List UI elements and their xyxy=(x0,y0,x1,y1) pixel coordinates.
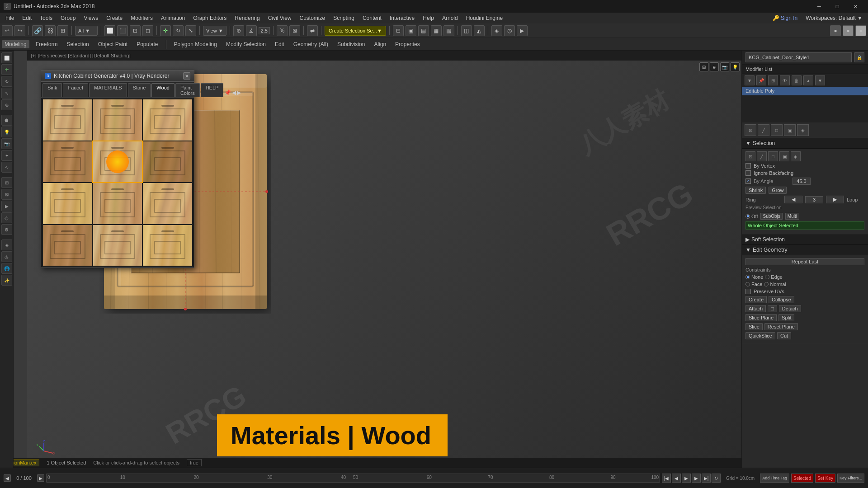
geometry-all-btn[interactable]: Geometry (All) xyxy=(291,40,331,48)
rp-icon-edge[interactable]: ╱ xyxy=(758,124,769,136)
lt-create-camera[interactable]: 📷 xyxy=(1,138,12,149)
lt-motion[interactable]: ▶ xyxy=(1,201,12,211)
by-angle-value[interactable]: 45.0 xyxy=(793,178,811,185)
place-highlight[interactable]: ▦ xyxy=(431,25,442,36)
renderframe-btn3[interactable]: ● xyxy=(855,25,866,36)
sel-element-btn[interactable]: ◈ xyxy=(791,151,801,161)
vp-light-btn[interactable]: 💡 xyxy=(731,62,740,71)
create-btn[interactable]: Create xyxy=(745,296,767,303)
constraint-face-radio[interactable]: Face xyxy=(745,282,762,287)
modifier-up-btn[interactable]: ▲ xyxy=(803,75,813,85)
selection-tab[interactable]: Selection xyxy=(64,40,91,48)
viewport-dropdown[interactable]: View ▼ xyxy=(203,26,226,36)
tab-wood[interactable]: Wood xyxy=(151,83,175,97)
lt-render-setup[interactable]: ◷ xyxy=(1,251,12,262)
tab-help[interactable]: HELP xyxy=(201,83,224,97)
modeling-tab[interactable]: Modeling xyxy=(2,40,29,48)
key-mode-btn[interactable]: Selected xyxy=(791,474,813,483)
object-name-field[interactable] xyxy=(745,52,852,62)
material-item-12[interactable] xyxy=(143,225,192,266)
rp-icon-element[interactable]: ◈ xyxy=(797,124,809,136)
attach-btn[interactable]: Attach xyxy=(745,305,766,312)
material-editor[interactable]: ◈ xyxy=(491,25,502,36)
link-button[interactable]: 🔗 xyxy=(32,25,43,36)
redo-button[interactable]: ↪ xyxy=(14,25,25,36)
lt-create-lights[interactable]: 💡 xyxy=(1,127,12,137)
material-item-5[interactable] xyxy=(93,141,142,183)
close-button[interactable]: ✕ xyxy=(846,0,864,13)
pb-go-end[interactable]: ▶| xyxy=(702,474,711,483)
snap-toggle[interactable]: ⊕ xyxy=(233,25,244,36)
select-button[interactable]: ⬜ xyxy=(104,25,115,36)
timeline-bar[interactable]: 0 10 20 30 40 50 60 70 80 90 100 xyxy=(46,474,660,483)
slice-btn[interactable]: Slice xyxy=(745,323,763,330)
rp-icon-vertex[interactable]: ⊡ xyxy=(745,124,756,136)
menu-rendering[interactable]: Rendering xyxy=(231,14,263,22)
key-filters-btn[interactable]: Key Filters... xyxy=(837,474,864,483)
add-time-tag-btn[interactable]: Add Time Tag xyxy=(760,474,789,483)
rp-icon-poly[interactable]: ▣ xyxy=(784,124,796,136)
scene-explorer[interactable]: ◭ xyxy=(474,25,485,36)
freeform-tab[interactable]: Freeform xyxy=(33,40,61,48)
tab-paint-colors[interactable]: Paint Colors xyxy=(175,83,200,97)
menu-content[interactable]: Content xyxy=(359,14,385,22)
layer-manager[interactable]: ◫ xyxy=(461,25,472,36)
move-button[interactable]: ✛ xyxy=(160,25,171,36)
lt-display[interactable]: ◎ xyxy=(1,212,12,223)
lt-rotate[interactable]: ↻ xyxy=(1,76,12,87)
constraint-none-radio[interactable]: None xyxy=(745,274,763,280)
constraint-edge-radio[interactable]: Edge xyxy=(765,274,783,280)
material-item-7[interactable] xyxy=(43,183,92,224)
ignore-backfacing-checkbox[interactable] xyxy=(745,170,751,176)
pb-next-frame[interactable]: ▶ xyxy=(692,474,701,483)
tab-stone[interactable]: Stone xyxy=(128,83,151,97)
plugin-nav-next[interactable]: ▶ xyxy=(237,89,241,96)
tab-materials[interactable]: MATERIALS xyxy=(89,83,127,97)
menu-edit[interactable]: Edit xyxy=(19,14,35,22)
sel-border-btn[interactable]: □ xyxy=(768,151,778,161)
lock-button[interactable]: 🔒 xyxy=(854,52,864,62)
plugin-pin-btn[interactable]: 📌 xyxy=(224,89,231,96)
modify-selection-btn[interactable]: Modify Selection xyxy=(223,40,269,48)
align-button[interactable]: ⊟ xyxy=(393,25,404,36)
workspaces-dropdown[interactable]: Workspaces: Default ▼ xyxy=(802,14,866,22)
selection-section-header[interactable]: ▼ Selection xyxy=(742,138,868,149)
constraint-normal-radio[interactable]: Normal xyxy=(764,282,786,287)
lt-create-shapes[interactable]: ⬟ xyxy=(1,115,12,126)
multi-value[interactable]: Multi xyxy=(785,213,799,220)
bind-button[interactable]: ⊞ xyxy=(57,25,68,36)
material-item-3[interactable] xyxy=(143,99,192,141)
edit-geometry-header[interactable]: ▼ Edit Geometry xyxy=(742,245,868,255)
menu-scripting[interactable]: Scripting xyxy=(330,14,358,22)
menu-create[interactable]: Create xyxy=(103,14,126,22)
menu-houdini[interactable]: Houdini Engine xyxy=(462,14,506,22)
soft-selection-header[interactable]: ▶ Soft Selection xyxy=(742,235,868,245)
render-setup[interactable]: ◷ xyxy=(504,25,515,36)
tab-sink[interactable]: Sink xyxy=(42,83,62,97)
vp-maximize-btn[interactable]: ⊞ xyxy=(699,62,708,71)
selection-filter-dropdown[interactable]: All ▼ xyxy=(75,26,98,36)
ring-value[interactable]: 3 xyxy=(805,196,823,203)
minimize-button[interactable]: ─ xyxy=(810,0,828,13)
set-key-btn[interactable]: Set Key xyxy=(815,474,835,483)
ring-prev-btn[interactable]: ◀ xyxy=(784,196,802,203)
modifier-del-btn[interactable]: 🗑 xyxy=(792,75,802,85)
sel-vertex-btn[interactable]: ⊡ xyxy=(745,151,755,161)
lt-environment[interactable]: 🌐 xyxy=(1,263,12,274)
lt-create-helpers[interactable]: ✦ xyxy=(1,150,12,161)
maximize-button[interactable]: □ xyxy=(828,0,846,13)
polygon-modeling-btn[interactable]: Polygon Modeling xyxy=(171,40,220,48)
plugin-nav-prev[interactable]: ◀ xyxy=(232,89,236,96)
object-paint-tab[interactable]: Object Paint xyxy=(95,40,130,48)
detach-btn[interactable]: Detach xyxy=(779,305,801,312)
pb-prev-frame[interactable]: ◀ xyxy=(672,474,681,483)
menu-animation[interactable]: Animation xyxy=(157,14,189,22)
sign-in-button[interactable]: 🔑 Sign In xyxy=(769,14,802,22)
repeat-last-btn[interactable]: Repeat Last xyxy=(745,258,864,265)
vp-camera-btn[interactable]: 📷 xyxy=(720,62,729,71)
menu-interactive[interactable]: Interactive xyxy=(386,14,418,22)
material-item-9[interactable] xyxy=(143,183,192,224)
align-to-view[interactable]: ▣ xyxy=(406,25,416,36)
material-item-6[interactable] xyxy=(143,141,192,183)
menu-views[interactable]: Views xyxy=(80,14,102,22)
